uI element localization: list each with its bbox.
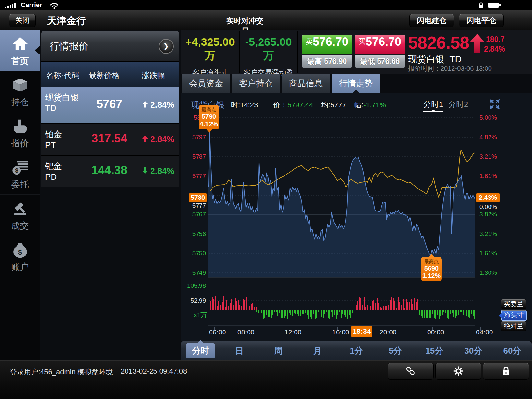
quote-table-header: 名称·代码 最新价格 涨跌幅: [41, 62, 179, 88]
battery-icon: [488, 2, 502, 8]
change-pct: 2.84%: [142, 166, 174, 176]
instrument-name: 铂金PT: [45, 129, 62, 151]
sidebar-item-首页[interactable]: 首页: [0, 30, 40, 71]
y-axis-pct-label: 3.82%: [479, 211, 497, 218]
fullscreen-icon[interactable]: [489, 99, 500, 110]
latest-price: 144.38: [83, 163, 135, 177]
expand-quotes-button[interactable]: ❯: [159, 39, 174, 54]
divider: [297, 31, 298, 73]
sidebar-item-指价[interactable]: 指价: [0, 112, 40, 153]
y-axis-price-label: 5767: [180, 211, 206, 218]
y-axis-pct-label: 4.82%: [479, 134, 497, 141]
close-button[interactable]: 关闭: [9, 14, 36, 27]
instrument-name: 钯金PD: [45, 161, 62, 182]
buy-button[interactable]: 买576.70: [355, 35, 405, 54]
y-axis-pct-label: 1.30%: [479, 269, 497, 276]
sidebar-nav: 首页持仓指价$委托成交$账户: [0, 30, 40, 399]
quote-panel-title: 行情报价: [50, 40, 89, 53]
footer-datetime: 2013-02-25 09:47:08: [121, 367, 187, 376]
chart-price: 价：5797.44: [273, 100, 313, 110]
tab-行情走势[interactable]: 行情走势: [332, 74, 380, 93]
col-change: 涨跌幅: [142, 70, 165, 80]
signal-strength-icon: [5, 3, 19, 8]
quote-panel-header: 行情报价 ❯: [41, 31, 179, 62]
price-change-pct: 2.84%: [484, 45, 505, 54]
y-axis-price-label: 5777: [180, 173, 206, 180]
y-axis-pct-label: 3.21%: [479, 153, 497, 160]
quote-row-TD[interactable]: 现货白银TD5767 2.84%: [41, 87, 179, 124]
period-tab-5分[interactable]: 5分: [381, 343, 410, 358]
y-axis-price-label: 5777: [180, 202, 206, 209]
link-button[interactable]: [388, 363, 434, 380]
price-volume-chart[interactable]: [208, 110, 475, 326]
time-axis-label: 04:00: [476, 328, 493, 336]
highest-point-callout: 最高点57904.12%: [199, 105, 219, 129]
period-tab-日[interactable]: 日: [224, 343, 254, 358]
price-change: 180.7: [486, 35, 505, 44]
y-axis-price-label: 5797: [180, 134, 206, 141]
quote-panel: 行情报价 ❯ 名称·代码 最新价格 涨跌幅 现货白银TD5767 2.84%铂金…: [40, 30, 181, 360]
link-icon: [405, 366, 416, 376]
trading-app: Carrier 关闭 天津金行 实时对冲交易 闪电建仓 闪电平仓 首页持仓指价$…: [0, 0, 532, 399]
footer-bar: 登录用户:456_admin 模拟盘环境 2013-02-25 09:47:08: [0, 360, 532, 399]
tab-客户持仓[interactable]: 客户持仓: [232, 74, 280, 93]
sidebar-item-持仓[interactable]: 持仓: [0, 71, 40, 112]
wifi-icon: [49, 2, 59, 9]
period-tab-30分[interactable]: 30分: [458, 343, 488, 358]
sidebar-item-委托[interactable]: $委托: [0, 153, 40, 195]
time-axis-label: 16:00: [332, 328, 349, 336]
tab-商品信息[interactable]: 商品信息: [282, 74, 330, 93]
tab-会员资金[interactable]: 会员资金: [182, 74, 230, 93]
flash-open-position-button[interactable]: 闪电建仓: [409, 14, 454, 27]
selected-notch: [35, 46, 40, 55]
carrier-label: Carrier: [21, 1, 42, 9]
settings-button[interactable]: [435, 363, 481, 380]
change-pct: 2.84%: [142, 100, 174, 110]
net-position-stat: +4,325.00万 客户净头寸: [182, 36, 238, 78]
volume-mode-买卖量[interactable]: 买卖量: [501, 299, 526, 309]
volume-mode-绝对量[interactable]: 绝对量: [501, 321, 526, 331]
sidebar-item-成交[interactable]: 成交: [0, 195, 40, 236]
last-price: 5826.58: [408, 32, 469, 53]
y-axis-price-label: 105.98: [180, 282, 206, 289]
selected-notch: [499, 313, 502, 318]
logged-in-user: 登录用户:456_admin: [10, 367, 76, 377]
sell-button[interactable]: 卖576.70: [302, 35, 352, 54]
instrument-name: 现货白银TD: [45, 92, 79, 114]
floating-pl-value: -5,265.00万: [240, 36, 297, 63]
title-bar: 关闭 天津金行 实时对冲交易 闪电建仓 闪电平仓: [0, 10, 532, 30]
symbol-name-line: 现货白银 TD: [408, 53, 462, 66]
y-axis-price-label: 5756: [180, 230, 206, 237]
latest-price: 5767: [83, 97, 135, 111]
lock-button[interactable]: [483, 363, 529, 380]
period-tab-60分[interactable]: 60分: [497, 343, 527, 358]
period-tab-周[interactable]: 周: [263, 343, 293, 358]
time-axis-label: 06:00: [209, 328, 226, 336]
chart-range: 幅:-1.71%: [354, 100, 386, 110]
sidebar-item-账户[interactable]: $账户: [0, 236, 40, 277]
quote-row-PD[interactable]: 钯金PD144.38 2.84%: [41, 156, 179, 187]
lock-status-icon: [478, 2, 485, 9]
sidebar-item-label: 成交: [0, 220, 40, 232]
y-axis-pct-label: 1.61%: [479, 250, 497, 257]
y-axis-price-label: 5750: [180, 250, 206, 257]
flash-close-position-button[interactable]: 闪电平仓: [459, 14, 504, 27]
period-tab-1分[interactable]: 1分: [341, 343, 371, 358]
quote-row-PT[interactable]: 铂金PT317.54 2.84%: [41, 124, 179, 156]
y-axis-price-label: 5787: [180, 153, 206, 160]
chart-time: 时:14:23: [231, 100, 258, 110]
selected-tab-notch: [352, 90, 359, 93]
lock-icon: [502, 366, 510, 376]
app-title: 天津金行: [47, 14, 86, 28]
y-axis-pct-label: 5.00%: [479, 114, 497, 121]
sidebar-item-label: 账户: [0, 261, 40, 273]
y-axis-price-label: 52.99: [180, 297, 206, 304]
period-tab-分时[interactable]: 分时: [186, 343, 215, 358]
y-axis-pct-label: 1.61%: [479, 173, 497, 180]
volume-mode-净头寸[interactable]: 净头寸: [501, 310, 527, 321]
high-price-bar: 最高 576.90: [302, 55, 352, 68]
period-tab-15分[interactable]: 15分: [419, 343, 449, 358]
period-tab-月[interactable]: 月: [302, 343, 332, 358]
chart-avg: 均:5777: [321, 100, 346, 110]
mode2-tab[interactable]: 分时2: [448, 99, 468, 110]
